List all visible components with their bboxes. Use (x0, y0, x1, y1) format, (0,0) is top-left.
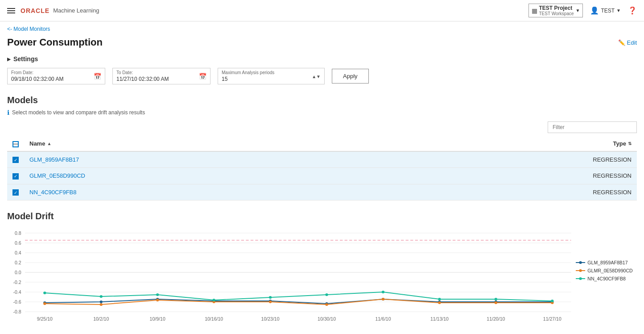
svg-point-47 (495, 301, 497, 304)
model-type-cell: REGRESSION (376, 168, 637, 184)
calendar-icon-2: 📅 (199, 73, 206, 80)
hamburger-icon[interactable] (7, 8, 15, 13)
sort-icon-type: ⇅ (628, 141, 632, 146)
row-checkbox-cell[interactable]: ✓ (7, 151, 24, 168)
main-content: Power Consumption ✏️ Edit ▶ Settings Fro… (0, 37, 644, 332)
svg-text:10/30/10: 10/30/10 (318, 317, 336, 321)
chevron-right-icon: ▶ (7, 57, 11, 62)
apply-button[interactable]: Apply (332, 69, 369, 84)
svg-text:0.8: 0.8 (15, 231, 21, 236)
row-checkbox[interactable]: ✓ (12, 173, 19, 180)
breadcrumb[interactable]: <- Model Monitors (0, 21, 644, 37)
logo: ORACLE Machine Learning (21, 7, 99, 14)
filter-input[interactable] (548, 121, 637, 133)
settings-section-header[interactable]: ▶ Settings (7, 55, 637, 63)
max-periods-value: 15 (222, 76, 321, 82)
app-name: Machine Learning (53, 7, 99, 14)
svg-point-56 (438, 298, 441, 301)
svg-text:0.0: 0.0 (15, 270, 21, 275)
svg-point-57 (495, 298, 497, 301)
model-link[interactable]: NN_4C90CF9FB8 (29, 189, 77, 196)
oracle-logo: ORACLE (21, 7, 50, 14)
svg-text:-0.8: -0.8 (13, 309, 21, 314)
help-icon[interactable]: ❓ (628, 6, 637, 15)
model-name-cell: GLM_8959AF8B17 (24, 151, 376, 168)
row-checkbox[interactable]: ✓ (12, 189, 19, 196)
svg-text:11/13/10: 11/13/10 (430, 317, 449, 321)
table-row: ✓ NN_4C90CF9FB8 REGRESSION (7, 184, 637, 200)
row-checkbox-cell[interactable]: ✓ (7, 184, 24, 200)
svg-text:NN_4C90CF9FB8: NN_4C90CF9FB8 (587, 276, 626, 281)
svg-text:10/16/10: 10/16/10 (205, 317, 223, 321)
page-title: Power Consumption (7, 37, 103, 48)
table-row: ✓ GLMR_0E58D990CD REGRESSION (7, 168, 637, 184)
user-menu[interactable]: 👤 TEST ▼ (590, 6, 621, 15)
row-checkbox[interactable]: ✓ (12, 157, 19, 163)
model-name-cell: NN_4C90CF9FB8 (24, 184, 376, 200)
page-title-row: Power Consumption ✏️ Edit (7, 37, 637, 48)
model-link[interactable]: GLM_8959AF8B17 (29, 156, 79, 163)
svg-text:11/6/10: 11/6/10 (375, 317, 391, 321)
table-header-row: — Name ▲ Type ⇅ (7, 137, 637, 151)
to-date-value: 11/27/10 02:32:00 AM (116, 76, 206, 82)
max-periods-field[interactable]: Maximum Analysis periods 15 ▲▼ (218, 68, 325, 84)
svg-point-41 (156, 299, 159, 301)
models-title: Models (7, 95, 637, 105)
svg-point-53 (269, 296, 272, 299)
svg-point-30 (100, 301, 103, 303)
svg-text:10/9/10: 10/9/10 (150, 317, 165, 321)
svg-text:11/27/10: 11/27/10 (543, 317, 561, 321)
svg-text:-0.4: -0.4 (13, 290, 21, 295)
svg-point-63 (579, 269, 582, 272)
edit-button[interactable]: ✏️ Edit (618, 39, 637, 46)
models-hint: ℹ Select models to view and compare drif… (7, 109, 637, 116)
from-date-label: From Date: (11, 70, 101, 75)
svg-point-44 (325, 303, 328, 306)
models-table: — Name ▲ Type ⇅ ✓ (7, 137, 637, 200)
svg-text:0.2: 0.2 (15, 260, 21, 265)
svg-point-49 (43, 292, 46, 294)
model-type-cell: REGRESSION (376, 151, 637, 168)
info-icon: ℹ (7, 109, 9, 116)
filter-row (7, 121, 637, 133)
svg-text:0.4: 0.4 (15, 250, 21, 255)
svg-text:GLM_8959AF8B17: GLM_8959AF8B17 (587, 260, 627, 265)
type-column-header[interactable]: Type ⇅ (376, 137, 637, 151)
svg-point-58 (551, 300, 553, 302)
user-name: TEST (601, 8, 615, 14)
to-date-label: To Date: (116, 70, 206, 75)
svg-point-51 (156, 293, 159, 296)
drift-title: Model Drift (7, 211, 637, 221)
select-all-checkbox[interactable]: — (12, 141, 19, 147)
svg-point-46 (438, 301, 441, 304)
name-column-header[interactable]: Name ▲ (24, 137, 376, 151)
svg-point-50 (100, 295, 103, 298)
from-date-field[interactable]: From Date: 09/18/10 02:32:00 AM 📅 (7, 68, 105, 84)
svg-text:-0.6: -0.6 (13, 300, 21, 305)
header: ORACLE Machine Learning ▦ TEST Project T… (0, 0, 644, 21)
to-date-field[interactable]: To Date: 11/27/10 02:32:00 AM 📅 (112, 68, 211, 84)
project-name: TEST Project (539, 5, 574, 11)
svg-point-60 (579, 261, 582, 264)
svg-point-54 (325, 293, 328, 296)
max-periods-label: Maximum Analysis periods (222, 70, 321, 75)
svg-point-52 (212, 299, 215, 301)
row-checkbox-cell[interactable]: ✓ (7, 168, 24, 184)
project-selector[interactable]: ▦ TEST Project TEST Workspace ▼ (528, 4, 583, 17)
table-row: ✓ GLM_8959AF8B17 REGRESSION (7, 151, 637, 168)
filters-row: From Date: 09/18/10 02:32:00 AM 📅 To Dat… (7, 68, 637, 84)
svg-text:11/20/10: 11/20/10 (487, 317, 505, 321)
svg-text:10/23/10: 10/23/10 (261, 317, 280, 321)
model-type-cell: REGRESSION (376, 184, 637, 200)
sort-icon: ▲ (47, 141, 51, 146)
model-name-cell: GLMR_0E58D990CD (24, 168, 376, 184)
svg-text:-0.2: -0.2 (13, 280, 21, 285)
edit-icon: ✏️ (618, 39, 625, 46)
model-drift-chart: 0.8 0.6 0.4 0.2 0.0 -0.2 -0.4 -0.6 -0.8 … (7, 227, 637, 325)
model-link[interactable]: GLMR_0E58D990CD (29, 172, 85, 179)
from-date-value: 09/18/10 02:32:00 AM (11, 76, 101, 82)
chevron-down-icon: ▼ (576, 8, 580, 13)
svg-point-66 (579, 277, 582, 280)
header-left: ORACLE Machine Learning (7, 7, 99, 14)
svg-text:10/2/10: 10/2/10 (93, 317, 109, 321)
